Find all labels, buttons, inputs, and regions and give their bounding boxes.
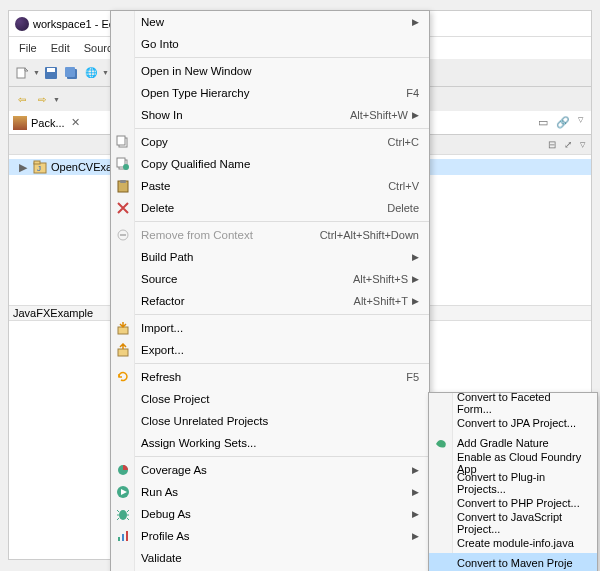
menu-icon[interactable]: ▽ [580,141,585,149]
menu-shortcut: Ctrl+C [388,136,419,148]
link-icon[interactable]: 🔗 [556,116,570,129]
link-with-editor-icon[interactable]: ⤢ [564,139,572,150]
menu-item-new[interactable]: New▶ [135,11,429,33]
menu-item-label: New [141,16,164,28]
back-icon[interactable]: ⇦ [13,90,31,108]
menu-item-label: Assign Working Sets... [141,437,256,449]
menu-item-label: Copy Qualified Name [141,158,250,170]
view-menu-icon[interactable]: ▽ [578,116,583,129]
delete-icon [111,197,135,219]
menu-item-label: Show In [141,109,183,121]
expand-arrow-icon[interactable]: ▶ [19,161,29,174]
menu-item-copy-qualified-name[interactable]: Copy Qualified Name [135,153,429,175]
submenu-item-convert-to-javascript-project[interactable]: Convert to JavaScript Project... [429,513,597,533]
menu-item-export[interactable]: Export... [135,339,429,361]
filter-icon[interactable]: ⊟ [548,139,556,150]
collapse-icon[interactable]: ▭ [538,116,548,129]
submenu-arrow-icon: ▶ [412,110,419,120]
menu-item-source[interactable]: SourceAlt+Shift+S▶ [135,268,429,290]
blank-icon [111,547,135,569]
menu-item-refactor[interactable]: RefactorAlt+Shift+T▶ [135,290,429,312]
menu-item-close-unrelated-projects[interactable]: Close Unrelated Projects [135,410,429,432]
menu-item-refresh[interactable]: RefreshF5 [135,366,429,388]
menu-edit[interactable]: Edit [45,40,76,56]
menu-item-profile-as[interactable]: Profile As▶ [135,525,429,547]
menu-item-label: Close Unrelated Projects [141,415,268,427]
submenu-item-convert-to-maven-proje[interactable]: Convert to Maven Proje [429,553,597,571]
submenu-item-enable-as-cloud-foundry-app[interactable]: Enable as Cloud Foundry App [429,453,597,473]
java-project-icon: J [33,160,47,174]
menu-separator [135,221,429,222]
menu-item-label: Export... [141,344,184,356]
menu-item-label: Validate [141,552,182,564]
menu-item-label: Refactor [141,295,184,307]
menu-item-label: Build Path [141,251,193,263]
profile-icon [111,525,135,547]
menu-item-run-as[interactable]: Run As▶ [135,481,429,503]
forward-icon[interactable]: ⇨ [33,90,51,108]
blank-icon [111,82,135,104]
submenu-item-label: Convert to JavaScript Project... [457,511,587,535]
blank-icon [111,388,135,410]
menu-file[interactable]: File [13,40,43,56]
blank-icon [111,246,135,268]
perspective-icon[interactable]: 🌐 [82,64,100,82]
menu-item-go-into[interactable]: Go Into [135,33,429,55]
close-icon[interactable]: ✕ [71,116,80,129]
menu-item-show-in[interactable]: Show InAlt+Shift+W▶ [135,104,429,126]
menu-item-open-in-new-window[interactable]: Open in New Window [135,60,429,82]
svg-point-20 [119,510,127,520]
submenu-item-convert-to-php-project[interactable]: Convert to PHP Project... [429,493,597,513]
blank-icon [111,104,135,126]
menu-item-label: Go Into [141,38,179,50]
svg-rect-23 [126,531,128,541]
menu-item-build-path[interactable]: Build Path▶ [135,246,429,268]
submenu-item-add-gradle-nature[interactable]: Add Gradle Nature [429,433,597,453]
menu-item-label: Paste [141,180,170,192]
menu-item-open-type-hierarchy[interactable]: Open Type HierarchyF4 [135,82,429,104]
menu-item-close-project[interactable]: Close Project [135,388,429,410]
menu-item-debug-as[interactable]: Debug As▶ [135,503,429,525]
submenu-arrow-icon: ▶ [412,17,419,27]
save-all-toolbar-icon[interactable] [62,64,80,82]
menu-item-delete[interactable]: DeleteDelete [135,197,429,219]
svg-rect-14 [120,180,126,183]
refresh-icon [111,366,135,388]
menu-item-coverage-as[interactable]: Coverage As▶ [135,459,429,481]
submenu-item-convert-to-plug-in-projects[interactable]: Convert to Plug-in Projects... [429,473,597,493]
menu-item-assign-working-sets[interactable]: Assign Working Sets... [135,432,429,454]
submenu-arrow-icon: ▶ [412,509,419,519]
submenu-arrow-icon: ▶ [412,274,419,284]
menu-shortcut: Ctrl+Alt+Shift+Down [320,229,419,241]
menu-shortcut: F4 [406,87,419,99]
submenu-item-convert-to-jpa-project[interactable]: Convert to JPA Project... [429,413,597,433]
run-icon [111,481,135,503]
submenu-item-convert-to-faceted-form[interactable]: Convert to Faceted Form... [429,393,597,413]
menu-item-validate[interactable]: Validate [135,547,429,569]
context-menu-body: New▶Go IntoOpen in New WindowOpen Type H… [135,11,429,571]
submenu-item-label: Create module-info.java [457,537,574,549]
tree-item-label: JavaFXExample [13,307,93,319]
dropdown-arrow-icon[interactable]: ▼ [53,96,60,103]
import-icon [111,317,135,339]
menu-shortcut: Delete [387,202,419,214]
blank-icon [111,268,135,290]
menu-separator [135,314,429,315]
menu-item-import[interactable]: Import... [135,317,429,339]
svg-text:J: J [37,164,41,173]
dropdown-arrow-icon[interactable]: ▼ [102,69,109,76]
dropdown-arrow-icon[interactable]: ▼ [33,69,40,76]
menu-item-label: Remove from Context [141,229,253,241]
svg-rect-4 [65,67,75,77]
save-toolbar-icon[interactable] [42,64,60,82]
menu-item-copy[interactable]: CopyCtrl+C [135,131,429,153]
debug-icon [111,503,135,525]
submenu-arrow-icon: ▶ [412,252,419,262]
submenu-item-label: Convert to PHP Project... [457,497,580,509]
menu-item-label: Open in New Window [141,65,252,77]
menu-item-paste[interactable]: PasteCtrl+V [135,175,429,197]
submenu-item-create-module-info-java[interactable]: Create module-info.java [429,533,597,553]
new-toolbar-icon[interactable] [13,64,31,82]
blank-icon [111,410,135,432]
menu-item-label: Run As [141,486,178,498]
